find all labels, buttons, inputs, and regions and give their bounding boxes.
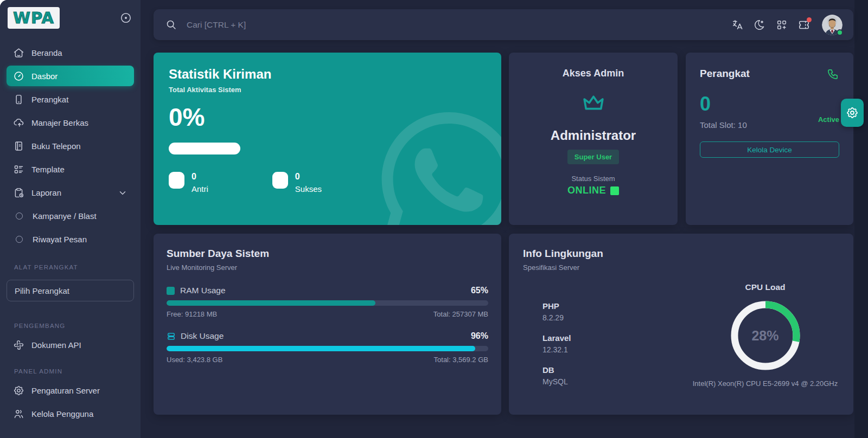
gauge-icon <box>13 70 24 82</box>
device-active-label: Active <box>818 115 839 124</box>
success-square-icon <box>272 172 288 189</box>
notifications-button[interactable] <box>797 18 810 31</box>
sidebar-item-kelola-pengguna[interactable]: Kelola Pengguna <box>7 402 134 426</box>
disk-progress-fill <box>167 346 475 351</box>
online-indicator <box>610 186 619 195</box>
sidebar-nav-admin: Pengaturan Server Kelola Pengguna <box>0 379 141 426</box>
circle-icon <box>16 236 23 243</box>
spec-name: PHP <box>542 301 571 311</box>
notification-dot <box>807 17 812 22</box>
home-icon <box>13 47 24 59</box>
database-icon <box>167 332 176 341</box>
cpu-percent: 28% <box>729 299 802 372</box>
server-specs: PHP 8.2.29 Laravel 12.32.1 DB MySQL <box>542 301 571 397</box>
sidebar-item-label: Beranda <box>31 48 62 57</box>
card-title: Info Lingkungan <box>523 248 839 260</box>
app-logo[interactable]: WPA <box>8 7 60 29</box>
perangkat-card: Perangkat 0 Active Total Slot: 10 Kelola… <box>686 53 853 225</box>
ram-meta: Free: 91218 MB Total: 257307 MB <box>167 310 488 318</box>
card-title: Perangkat <box>700 68 750 80</box>
sidebar-item-label: Laporan <box>31 188 61 197</box>
users-icon <box>13 408 24 420</box>
stat-value: 0 <box>295 172 322 182</box>
circle-icon <box>16 212 23 220</box>
user-avatar[interactable] <box>822 15 843 35</box>
sidebar-item-dokumen-api[interactable]: Dokumen API <box>7 333 134 357</box>
statistik-kiriman-card: Statistik Kiriman Total Aktivitas Sistem… <box>154 53 501 225</box>
phone-icon <box>827 68 839 80</box>
sidebar-item-buku-telepon[interactable]: Buku Telepon <box>7 134 134 158</box>
sidebar-collapse-toggle[interactable] <box>120 12 132 24</box>
device-select-value: Pilih Perangkat <box>15 286 69 295</box>
stat-label: Antri <box>192 184 208 194</box>
activity-progress-bar <box>169 143 240 154</box>
sidebar-item-label: Pengaturan Server <box>31 386 100 395</box>
grid-add-icon <box>776 19 788 31</box>
section-label-alat-perangkat: ALAT PERANGKAT <box>7 264 141 270</box>
sidebar-item-label: Template <box>31 165 65 174</box>
card-title: Sumber Daya Sistem <box>167 248 488 260</box>
topbar <box>154 9 853 40</box>
sidebar-item-label: Buku Telepon <box>31 141 81 151</box>
sidebar-item-laporan[interactable]: Laporan <box>7 181 134 204</box>
cloud-upload-icon <box>13 117 24 128</box>
status-value: ONLINE <box>567 185 606 196</box>
info-lingkungan-card: Info Lingkungan Spesifikasi Server PHP 8… <box>509 234 853 415</box>
disk-usage-row: Disk Usage 96% <box>167 331 488 341</box>
cpu-load-gauge: 28% <box>729 299 802 372</box>
sidebar-item-manajer-berkas[interactable]: Manajer Berkas <box>7 111 134 134</box>
sidebar-item-template[interactable]: Template <box>7 158 134 181</box>
device-count: 0 <box>700 94 839 114</box>
sidebar-item-beranda[interactable]: Beranda <box>7 41 134 65</box>
card-subtitle: Spesifikasi Server <box>523 263 839 272</box>
sidebar-nav: Beranda Dasbor Perangkat Manajer Berkas … <box>0 31 141 251</box>
disk-meta: Used: 3,423.8 GB Total: 3,569.2 GB <box>167 356 488 364</box>
sidebar-item-pengaturan-server[interactable]: Pengaturan Server <box>7 379 134 402</box>
cpu-model: Intel(R) Xeon(R) CPU E5-2699 v4 @ 2.20GH… <box>677 379 853 388</box>
sidebar-item-kampanye-blast[interactable]: Kampanye / Blast <box>7 204 134 228</box>
language-icon <box>731 19 743 31</box>
customizer-button[interactable] <box>841 99 864 127</box>
disk-total: Total: 3,569.2 GB <box>434 356 488 364</box>
ram-free: Free: 91218 MB <box>167 310 217 318</box>
spec-value: 8.2.29 <box>542 313 571 322</box>
card-subtitle: Live Monitoring Server <box>167 263 488 272</box>
sidebar-item-perangkat[interactable]: Perangkat <box>7 88 134 111</box>
ram-legend-icon <box>167 287 175 295</box>
chevron-down-icon <box>118 188 127 198</box>
disk-used: Used: 3,423.8 GB <box>167 356 222 364</box>
dark-mode-button[interactable] <box>753 18 766 31</box>
perangkat-header: Perangkat <box>700 68 839 80</box>
stat-sukses: 0 Sukses <box>272 172 322 194</box>
akses-admin-card: Akses Admin Administrator Super User Sta… <box>509 53 678 225</box>
sidebar-nav-developer: Dokumen API <box>0 333 141 357</box>
smartphone-icon <box>13 94 24 105</box>
ram-total: Total: 257307 MB <box>433 310 488 318</box>
cpu-load-section: CPU Load 28% Intel(R) Xeon(R) CPU E5-269… <box>677 282 853 388</box>
phonebook-icon <box>13 140 24 152</box>
stat-label: Sukses <box>295 184 322 194</box>
disk-percent: 96% <box>471 331 488 341</box>
crown-icon <box>582 91 605 115</box>
sidebar-item-label: Kampanye / Blast <box>33 211 97 221</box>
spec-name: Laravel <box>542 333 571 343</box>
language-button[interactable] <box>731 18 744 31</box>
spec-value: 12.32.1 <box>542 345 571 354</box>
sidebar-item-label: Dokumen API <box>31 340 81 350</box>
disk-label: Disk Usage <box>181 331 224 341</box>
device-select[interactable]: Pilih Perangkat <box>7 280 134 301</box>
scrollbar-track[interactable] <box>854 0 868 438</box>
ram-progress-fill <box>167 300 375 306</box>
section-label-pengembang: PENGEMBANG <box>7 323 141 329</box>
card-title: Akses Admin <box>563 68 624 79</box>
search-bar <box>165 19 731 30</box>
sidebar-item-riwayat-pesan[interactable]: Riwayat Pesan <box>7 228 134 251</box>
app-root: WPA Beranda Dasbor Perangkat Manajer Ber… <box>0 0 868 438</box>
sidebar-item-dasbor[interactable]: Dasbor <box>7 66 134 86</box>
kelola-device-button[interactable]: Kelola Device <box>700 141 839 158</box>
shortcuts-button[interactable] <box>775 18 788 31</box>
sidebar-item-label: Dasbor <box>31 72 58 81</box>
search-input[interactable] <box>186 20 416 30</box>
spec-php: PHP 8.2.29 <box>542 301 571 322</box>
spec-db: DB MySQL <box>542 365 571 386</box>
